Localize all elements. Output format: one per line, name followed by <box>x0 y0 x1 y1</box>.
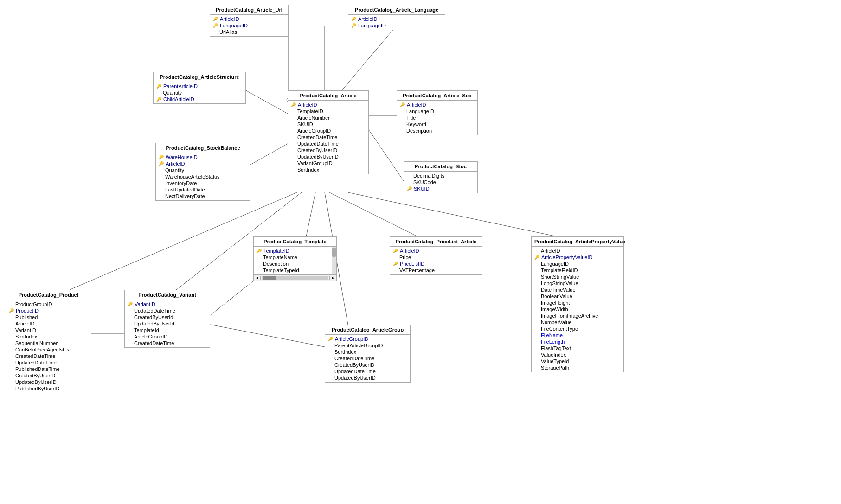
field-name-label: UpdatedDateTime <box>334 369 376 374</box>
field-row: UrlAlias <box>210 29 288 35</box>
table-header-ProductCatalog_ArticleGroup: ProductCatalog_ArticleGroup <box>325 325 410 335</box>
field-row: 🔑PriceListID <box>390 261 482 267</box>
field-row: ArticleID <box>6 320 91 327</box>
field-name-label: ArticleGroupID <box>134 334 167 339</box>
field-row: SKUID <box>288 121 368 128</box>
field-row: TemplateId <box>125 327 210 333</box>
field-row: VariantGroupID <box>288 160 368 166</box>
table-body-ProductCatalog_ArticleStructure: 🔑ParentArticleIDQuantity🔑ChildArticleID <box>154 82 245 103</box>
field-row: 🔑ArticleID <box>390 248 482 254</box>
field-name-label: BooleanValue <box>541 293 572 299</box>
field-row: Keyword <box>397 121 477 128</box>
field-name-label: Price <box>399 255 411 260</box>
field-row: ValueIndex <box>532 351 623 358</box>
hscroll-left[interactable]: ◄ <box>254 276 261 280</box>
svg-line-5 <box>250 144 288 165</box>
field-row: 🔑ArticleID <box>156 160 250 167</box>
field-row: StoragePath <box>532 364 623 371</box>
svg-line-3 <box>334 26 397 100</box>
field-name-label: Description <box>263 261 289 267</box>
table-ProductCatalog_ArticleGroup[interactable]: ProductCatalog_ArticleGroup🔑ArticleGroup… <box>325 325 411 383</box>
table-body-ProductCatalog_Variant: 🔑VariantIDUpdatedDateTimeCreatedByUserId… <box>125 300 210 347</box>
field-name-label: UpdatedByUserID <box>297 154 339 159</box>
table-ProductCatalog_Article_Language[interactable]: ProductCatalog_Article_Language🔑ArticleI… <box>348 5 445 30</box>
table-ProductCatalog_Article_Seo[interactable]: ProductCatalog_Article_Seo🔑ArticleIDLang… <box>397 90 478 135</box>
key-icon: 🔑 <box>291 102 296 107</box>
table-header-ProductCatalog_ArticlePropertyValue: ProductCatalog_ArticlePropertyValue <box>532 237 623 247</box>
field-name-label: ArticleID <box>298 102 317 108</box>
field-name-label: UrlAlias <box>219 29 237 35</box>
hscroll-right[interactable]: ► <box>329 276 336 280</box>
table-ProductCatalog_Article_Url[interactable]: ProductCatalog_Article_Url🔑ArticleID🔑Lan… <box>210 5 289 37</box>
field-name-label: FileName <box>541 332 563 338</box>
key-icon: 🔑 <box>9 308 14 313</box>
field-row: LongStringValue <box>532 280 623 287</box>
field-name-label: Published <box>15 314 38 320</box>
field-row: ImageHeight <box>532 300 623 306</box>
field-name-label: WarehouseArticleStatus <box>165 174 220 179</box>
field-row: 🔑TemplateID <box>254 248 336 254</box>
table-header-ProductCatalog_Variant: ProductCatalog_Variant <box>125 290 210 300</box>
table-ProductCatalog_Article[interactable]: ProductCatalog_Article🔑ArticleIDTemplate… <box>288 90 369 174</box>
horizontal-scrollbar[interactable]: ◄► <box>254 274 336 281</box>
field-row: CreatedByUserID <box>288 147 368 153</box>
field-row: LanguageID <box>532 261 623 267</box>
field-row: DecimalDigits <box>404 172 477 179</box>
field-row: 🔑ArticleID <box>288 102 368 108</box>
key-icon: 🔑 <box>407 186 412 191</box>
field-name-label: PublishedDateTime <box>15 366 60 372</box>
field-name-label: Keyword <box>406 121 426 127</box>
table-header-ProductCatalog_Article_Url: ProductCatalog_Article_Url <box>210 5 288 15</box>
field-name-label: ArticleID <box>15 321 35 326</box>
table-ProductCatalog_ArticlePropertyValue[interactable]: ProductCatalog_ArticlePropertyValueArtic… <box>531 236 624 372</box>
table-ProductCatalog_Stoc[interactable]: ProductCatalog_StocDecimalDigitsSKUCode🔑… <box>404 161 478 193</box>
field-row: ShortStringValue <box>532 274 623 280</box>
table-ProductCatalog_Template[interactable]: ProductCatalog_Template🔑TemplateIDTempla… <box>253 236 337 281</box>
field-row: WarehouseArticleStatus <box>156 173 250 180</box>
field-name-label: DecimalDigits <box>413 173 444 179</box>
table-ProductCatalog_StockBalance[interactable]: ProductCatalog_StockBalance🔑WareHouseID🔑… <box>155 143 250 201</box>
field-row: 🔑ArticlePropertyValueID <box>532 254 623 261</box>
field-name-label: ArticleID <box>407 102 426 108</box>
key-icon: 🔑 <box>351 17 356 21</box>
field-row: Description <box>254 261 336 267</box>
field-name-label: ArticleGroupID <box>335 336 368 342</box>
field-row: UpdatedByUserID <box>6 379 91 385</box>
key-icon: 🔑 <box>351 23 356 28</box>
field-row: VATPercentage <box>390 267 482 274</box>
key-icon: 🔑 <box>156 97 161 102</box>
field-name-label: ValueTypeId <box>541 358 569 364</box>
field-row: UpdatedDateTime <box>325 368 410 375</box>
key-icon: 🔑 <box>128 302 133 306</box>
field-name-label: TemplateId <box>134 327 159 333</box>
field-name-label: Description <box>406 128 432 134</box>
field-row: ParentArticleGroupID <box>325 342 410 349</box>
field-row: ImageWidth <box>532 306 623 313</box>
field-row: UpdatedDateTime <box>125 307 210 314</box>
field-row: VariantID <box>6 327 91 333</box>
table-header-ProductCatalog_Template: ProductCatalog_Template <box>254 237 336 247</box>
field-row: CreatedDateTime <box>288 134 368 140</box>
table-ProductCatalog_PriceList_Article[interactable]: ProductCatalog_PriceList_Article🔑Article… <box>390 236 482 275</box>
field-name-label: TemplateID <box>297 108 323 114</box>
table-body-ProductCatalog_Article: 🔑ArticleIDTemplateIDArticleNumberSKUIDAr… <box>288 101 368 174</box>
field-name-label: TemplateID <box>263 248 289 254</box>
table-ProductCatalog_ArticleStructure[interactable]: ProductCatalog_ArticleStructure🔑ParentAr… <box>153 72 246 104</box>
field-name-label: Quantity <box>163 90 182 96</box>
table-header-ProductCatalog_Product: ProductCatalog_Product <box>6 290 91 300</box>
field-name-label: LanguageID <box>406 108 434 114</box>
field-row: ProductGroupID <box>6 301 91 307</box>
field-row: PublishedDateTime <box>6 366 91 372</box>
field-name-label: WareHouseID <box>166 154 198 160</box>
field-name-label: ArticleID <box>166 161 185 166</box>
field-name-label: ProductGroupID <box>15 301 52 307</box>
field-row: UpdatedDateTime <box>6 359 91 366</box>
field-name-label: UpdatedDateTime <box>297 141 339 147</box>
field-name-label: ProductID <box>16 308 39 313</box>
table-ProductCatalog_Variant[interactable]: ProductCatalog_Variant🔑VariantIDUpdatedD… <box>124 290 210 348</box>
field-name-label: ImageHeight <box>541 300 570 306</box>
table-ProductCatalog_Product[interactable]: ProductCatalog_ProductProductGroupID🔑Pro… <box>6 290 91 393</box>
table-body-ProductCatalog_Article_Language: 🔑ArticleID🔑LanguageID <box>348 15 445 30</box>
table-body-ProductCatalog_Article_Seo: 🔑ArticleIDLanguageIDTitleKeywordDescript… <box>397 101 477 135</box>
field-row: FileContentType <box>532 325 623 332</box>
